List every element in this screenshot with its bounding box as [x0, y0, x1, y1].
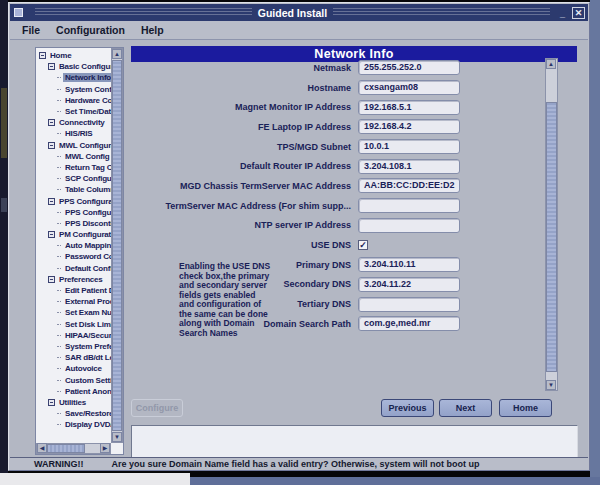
- warning-message: Are you sure Domain Name field has a val…: [112, 459, 480, 469]
- titlebar-ridge: [333, 8, 550, 17]
- tree-scrollbar-thumb[interactable]: [112, 60, 122, 431]
- tree-item-connectivity[interactable]: Connectivity: [36, 117, 111, 128]
- configure-button[interactable]: Configure: [131, 399, 183, 417]
- close-button[interactable]: ✕: [572, 7, 585, 19]
- tree-item-label: System Configure: [63, 85, 111, 94]
- tree-leaf-tick-icon: [57, 268, 61, 269]
- form-row-fe-laptop-ip-address: FE Laptop IP Address192.168.4.2: [131, 117, 577, 137]
- previous-button[interactable]: Previous: [381, 399, 434, 417]
- tree-item-pps-configure[interactable]: PPS Configure: [36, 207, 111, 218]
- tree-item-utilities[interactable]: Utilities: [36, 397, 111, 408]
- tree-item-set-time-date[interactable]: Set Time/Date: [36, 106, 111, 117]
- tree-item-pps-discontinue-re[interactable]: PPS Discontinue Re: [36, 218, 111, 229]
- tree-item-preferences[interactable]: Preferences: [36, 274, 111, 285]
- tree-item-mwl-config-detail[interactable]: MWL Config Detail: [36, 151, 111, 162]
- tree-item-set-disk-limit[interactable]: Set Disk Limit: [36, 319, 111, 330]
- tree-leaf-tick-icon: [57, 178, 61, 179]
- form-vertical-scrollbar[interactable]: ▲ ▼: [545, 58, 558, 391]
- tree-item-display-dvd-cd-r[interactable]: Display DVD/CD-R: [36, 419, 111, 430]
- tree-leaf-tick-icon: [57, 167, 61, 168]
- fe-laptop-ip-address-input[interactable]: 192.168.4.2: [358, 119, 460, 134]
- tree-item-label: Hardware Configur: [63, 96, 111, 105]
- scroll-down-icon[interactable]: ▼: [112, 432, 122, 442]
- use-dns-checkbox[interactable]: ✓: [358, 240, 368, 250]
- tree-vertical-scrollbar[interactable]: ▲ ▼: [111, 48, 123, 443]
- menu-configuration[interactable]: Configuration: [56, 24, 125, 36]
- tree-item-custom-settings[interactable]: Custom Settings: [36, 374, 111, 385]
- tree-item-pps-configuration[interactable]: PPS Configuration: [36, 195, 111, 206]
- tree-collapse-icon[interactable]: [48, 198, 55, 205]
- tree-leaf-tick-icon: [57, 245, 61, 246]
- tree-item-external-product-c[interactable]: External Product C: [36, 296, 111, 307]
- termserver-mac-address-for-shim-supp-input[interactable]: [358, 198, 460, 213]
- tree-item-system-preferences[interactable]: System Preferences: [36, 341, 111, 352]
- form-row-termserver-mac-address-for-shim-supp: TermServer MAC Address (For shim supp...: [131, 196, 577, 216]
- tree-item-scp-configure[interactable]: SCP Configure: [36, 173, 111, 184]
- tree-item-hardware-configur[interactable]: Hardware Configur: [36, 95, 111, 106]
- tree-item-table-column-sele[interactable]: Table Column Sele: [36, 184, 111, 195]
- tree-item-return-tag-config[interactable]: Return Tag Config: [36, 162, 111, 173]
- tree-item-label: External Product C: [63, 297, 111, 306]
- tree-horizontal-scrollbar[interactable]: ◀ ▶: [36, 443, 111, 454]
- tps-mgd-subnet-input[interactable]: 10.0.1: [358, 139, 460, 154]
- home-button[interactable]: Home: [499, 399, 552, 417]
- tree-item-label: Edit Patient Data: [63, 286, 111, 295]
- primary-dns-input[interactable]: 3.204.110.11: [358, 257, 460, 272]
- menu-help[interactable]: Help: [141, 24, 164, 36]
- tree-item-basic-configuration[interactable]: Basic Configuration: [36, 61, 111, 72]
- tree-leaf-tick-icon: [57, 312, 61, 313]
- tree-item-hipaa-security[interactable]: HIPAA/Security: [36, 330, 111, 341]
- hostname-input[interactable]: cxsangam08: [358, 80, 460, 95]
- tree-item-home[interactable]: Home: [36, 50, 111, 61]
- tree-item-his-ris[interactable]: HIS/RIS: [36, 128, 111, 139]
- tree-hscrollbar-thumb[interactable]: [47, 444, 85, 453]
- tree-collapse-icon[interactable]: [48, 142, 55, 149]
- tree-item-save-restore[interactable]: Save/Restore: [36, 408, 111, 419]
- tree-item-autovoice[interactable]: Autovoice: [36, 363, 111, 374]
- field-label: TermServer MAC Address (For shim supp...: [131, 201, 358, 211]
- domain-search-path-input[interactable]: com.ge,med.mr: [358, 316, 460, 331]
- tree-item-system-configure[interactable]: System Configure: [36, 84, 111, 95]
- desktop-bottom-window-edge: [0, 473, 190, 485]
- tree-item-label: MWL Configuration: [57, 141, 111, 150]
- tree-collapse-icon[interactable]: [48, 63, 55, 70]
- tree-item-password-configur[interactable]: Password Configur: [36, 251, 111, 262]
- tree-item-label: SAR dB/dt Level: [63, 353, 111, 362]
- tree-item-network-info[interactable]: Network Info: [36, 72, 111, 83]
- tree-items: HomeBasic ConfigurationNetwork InfoSyste…: [36, 48, 111, 433]
- tree-item-set-exam-number[interactable]: Set Exam Number: [36, 307, 111, 318]
- scroll-right-icon[interactable]: ▶: [100, 443, 110, 453]
- tree-collapse-icon[interactable]: [39, 52, 46, 59]
- tree-item-pm-configuration[interactable]: PM Configuration: [36, 229, 111, 240]
- ntp-server-ip-address-input[interactable]: [358, 218, 460, 233]
- tree-item-patches[interactable]: Patches: [36, 430, 111, 433]
- scroll-up-icon[interactable]: ▲: [112, 49, 122, 59]
- form-row-ntp-server-ip-address: NTP server IP Address: [131, 216, 577, 236]
- tree-item-patient-anonymiza[interactable]: Patient Anonymiza: [36, 386, 111, 397]
- tree-item-edit-patient-data[interactable]: Edit Patient Data: [36, 285, 111, 296]
- mgd-chassis-termserver-mac-address-input[interactable]: AA:BB:CC:DD:EE:D2: [358, 178, 460, 193]
- next-button[interactable]: Next: [439, 399, 492, 417]
- tree-leaf-tick-icon: [57, 424, 61, 425]
- tree-collapse-icon[interactable]: [48, 231, 55, 238]
- tree-collapse-icon[interactable]: [48, 119, 55, 126]
- scroll-up-icon[interactable]: ▲: [546, 59, 556, 69]
- secondary-dns-input[interactable]: 3.204.11.22: [358, 277, 460, 292]
- tree-collapse-icon[interactable]: [48, 276, 55, 283]
- tree-collapse-icon[interactable]: [48, 399, 55, 406]
- netmask-input[interactable]: 255.255.252.0: [358, 60, 460, 75]
- tree-item-mwl-configuration[interactable]: MWL Configuration: [36, 140, 111, 151]
- menu-file[interactable]: File: [22, 24, 40, 36]
- tree-leaf-tick-icon: [57, 357, 61, 358]
- magnet-monitor-ip-address-input[interactable]: 192.168.5.1: [358, 100, 460, 115]
- default-router-ip-address-input[interactable]: 3.204.108.1: [358, 159, 460, 174]
- scroll-down-icon[interactable]: ▼: [546, 380, 556, 390]
- form-scrollbar-thumb[interactable]: [546, 102, 557, 372]
- tree-item-sar-db-dt-level[interactable]: SAR dB/dt Level: [36, 352, 111, 363]
- tertiary-dns-input[interactable]: [358, 297, 460, 312]
- scroll-left-icon[interactable]: ◀: [37, 443, 47, 453]
- titlebar[interactable]: Guided Install _ ✕: [10, 4, 588, 21]
- tree-item-default-configurat[interactable]: Default Configurat: [36, 263, 111, 274]
- minimize-button[interactable]: _: [556, 7, 569, 19]
- tree-item-auto-mapping-con[interactable]: Auto Mapping Con: [36, 240, 111, 251]
